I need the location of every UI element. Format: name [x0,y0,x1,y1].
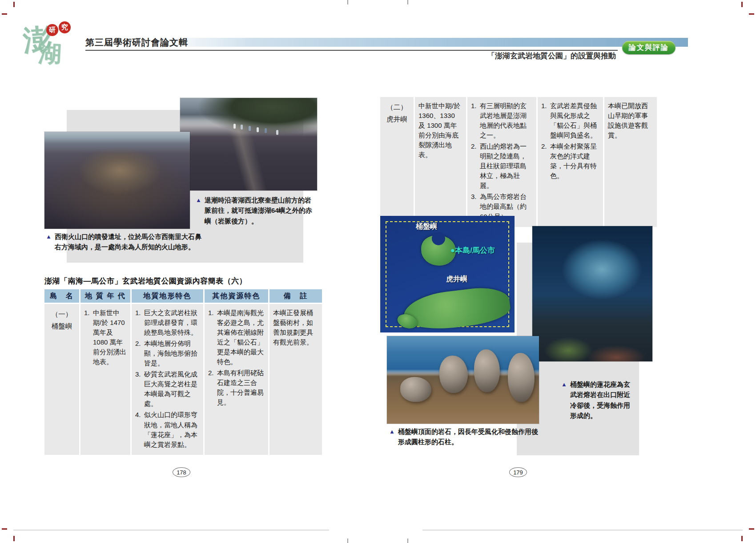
map-label-hujing: 虎井嶼 [446,275,467,284]
numbered-list-item: 1.本嶼是南海觀光客必遊之島，尤其遍佈在潮線附近之「貓公石」更是本嶼的最大特色。 [208,308,265,367]
crop-mark [2,13,7,15]
page-number-left: 178 [173,467,190,477]
caption-lotus: ▲ 桶盤嶼的蓮花座為玄武岩熔岩在出口附近冷卻後，受海蝕作用形成的。 [561,379,636,421]
triangle-marker-icon: ▲ [561,379,567,421]
resource-table-page2: （二） 虎井嶼 中新世中期/於1360、1330 及 1300 萬年前分別由海底… [380,97,651,227]
header-gradient-bar [158,38,688,47]
photo-rock-pillars [387,336,539,424]
island-name: 虎井嶼 [384,114,410,125]
numbered-list-item: 2.本嶼地層分佈明顯，海蝕地形俯拾皆是。 [135,339,200,368]
page-spread: 澎 湖 研 究 第三屆學術研討會論文輯 「澎湖玄武岩地質公園」的設置與推動 論文… [0,0,756,543]
triangle-marker-icon: ▲ [196,195,201,226]
island-name: 桶盤嶼 [48,321,76,332]
boulder-detail [508,353,535,402]
resource-table-page1: 島 名 地 質 年 代 地質地形特色 其他資源特色 備 註 （一） 桶盤嶼 1.… [44,289,317,455]
col-header-island: 島 名 [44,289,79,303]
numbered-list-item: 2.西山的熔岩為一明顯之陸連島，且柱狀節理環島林立，極為壯麗。 [471,142,533,190]
photo-people-detail [233,124,236,129]
triangle-marker-icon: ▲ [46,231,52,252]
boulder-detail [439,356,468,393]
numbered-list-item: 1.有三層明顯的玄武岩地層是澎湖地層的代表地點之一。 [471,101,533,140]
series-title: 第三屆學術研討會論文輯 [85,36,188,49]
fold-mark [347,539,348,543]
triangle-marker-icon: ▲ [389,426,395,447]
caption-text: 退潮時沿著湖西北寮奎壁山前方的岩脈前往，就可抵達澎湖64嶼之外的赤嶼（岩脈後方）… [205,195,312,226]
caption-shore: ▲ 退潮時沿著湖西北寮奎壁山前方的岩脈前往，就可抵達澎湖64嶼之外的赤嶼（岩脈後… [196,195,312,226]
map-bullet-icon: ● [450,246,455,255]
crop-mark [2,528,7,530]
crop-mark [749,528,754,530]
article-title: 「澎湖玄武岩地質公園」的設置與推動 [438,51,616,61]
logo-calligraphy-hu: 湖 [37,38,62,70]
island-index: （二） [384,102,410,113]
crop-mark [741,536,743,541]
col-header-geologic-age: 地 質 年 代 [80,289,130,303]
cell-geology-features-tongpan: 1.巨大之玄武岩柱狀節理成群發育，環繞整島地景特殊。2.本嶼地層分佈明顯，海蝕地… [132,304,203,455]
map-label-main-island: ●本島/馬公市 [450,245,495,255]
caption-text: 西衛火山口的噴發遺址，位於馬公市西衛里大石鼻右方海域內，是一處尚未為人所知的火山… [55,231,204,252]
fold-mark [407,539,408,543]
island-index: （一） [48,309,76,320]
crop-mark [749,13,754,15]
cell-island-tongpan: （一） 桶盤嶼 [44,304,79,455]
col-header-geology-features: 地質地形特色 [132,289,203,303]
crop-mark [741,2,743,7]
photo-crater-aerial [44,132,190,229]
caption-text: 桶盤嶼的蓮花座為玄武岩熔岩在出口附近冷卻後，受海蝕作用形成的。 [570,379,636,421]
section-badge: 論文與評論 [622,41,676,54]
trim-line [422,530,743,531]
numbered-list-item: 2.本島有利用硓𥑮石建造之三合院，十分普遍易見。 [208,368,265,407]
numbered-list-item: 1.中新世中期/於 1470 萬年及 1080 萬年前分別湧出地表。 [84,308,127,367]
cell-notes-tongpan: 本嶼正發展桶盤藝術村，如善加規劃更具有觀光前景。 [269,304,322,455]
numbered-list-item: 3.矽質玄武岩風化成巨大高聳之岩柱是本嶼最為可觀之處。 [135,369,200,409]
cell-other-features-tongpan: 1.本嶼是南海觀光客必遊之島，尤其遍佈在潮線附近之「貓公石」更是本嶼的最大特色。… [205,304,268,455]
cell-island-hujing: （二） 虎井嶼 [380,97,414,227]
crop-mark [13,2,15,7]
map-island-notch [432,232,445,245]
caption-crater: ▲ 西衛火山口的噴發遺址，位於馬公市西衛里大石鼻右方海域內，是一處尚未為人所知的… [46,231,204,252]
col-header-other-features: 其他資源特色 [205,289,268,303]
map-label-tongpan: 桶盤嶼 [416,222,437,231]
photo-rock-vein-shore [180,98,317,190]
numbered-list-item: 2.本嶼全村聚落呈灰色的洋式建築，十分具有特色。 [541,142,599,181]
cell-notes-hujing: 本嶼已開放西山早期的軍事設施供遊客觀賞。 [604,97,657,227]
fold-mark [347,0,348,4]
boulder-detail [474,349,500,392]
numbered-list-item: 1.玄武岩差異侵蝕與風化形成之「貓公石」與桶盤嶼同負盛名。 [541,101,599,140]
page-number-right: 179 [509,467,527,477]
red-seal-jiu: 究 [59,21,71,33]
penghu-research-logo: 澎 湖 研 究 [23,23,72,66]
col-header-notes: 備 註 [269,289,322,303]
satellite-map: 桶盤嶼 ●本島/馬公市 虎井嶼 [380,216,515,332]
cell-other-features-hujing: 1.玄武岩差異侵蝕與風化形成之「貓公石」與桶盤嶼同負盛名。2.本嶼全村聚落呈灰色… [538,97,603,227]
caption-text: 桶盤嶼頂面的岩石，因長年受風化和侵蝕作用後形成圓柱形的石柱。 [398,426,542,447]
boulder-detail [400,377,431,402]
crop-mark [13,536,15,541]
red-seal-yan: 研 [46,24,58,36]
table-title: 澎湖「南海—馬公市」玄武岩地質公園資源內容簡表（六） [44,276,247,286]
numbered-list-item: 4.似火山口的環形穹狀地，當地人稱為「蓮花座」，為本嶼之賞岩景點。 [135,410,200,449]
trim-line [13,530,329,531]
fold-mark [407,0,408,4]
cell-geologic-age-tongpan: 1.中新世中期/於 1470 萬年及 1080 萬年前分別湧出地表。 [80,304,130,455]
caption-pillars: ▲ 桶盤嶼頂面的岩石，因長年受風化和侵蝕作用後形成圓柱形的石柱。 [389,426,542,447]
cell-geologic-age-hujing: 中新世中期/於1360、1330 及 1300 萬年前分別由海底裂隙湧出地表。 [415,97,466,227]
cell-geology-features-hujing: 1.有三層明顯的玄武岩地層是澎湖地層的代表地點之一。2.西山的熔岩為一明顯之陸連… [467,97,536,227]
numbered-list-item: 1.巨大之玄武岩柱狀節理成群發育，環繞整島地景特殊。 [135,308,200,337]
photo-lotus-seat-aerial [532,226,652,361]
